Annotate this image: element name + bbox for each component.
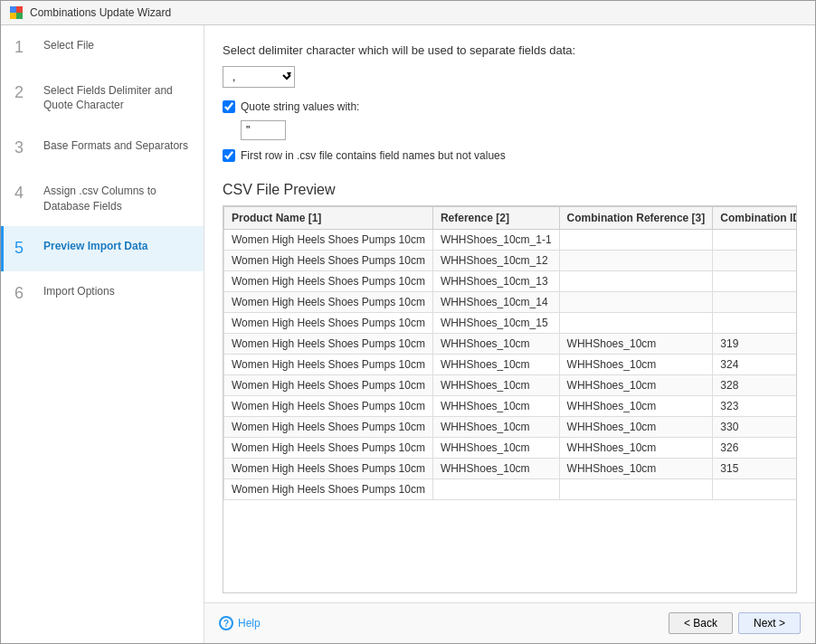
delimiter-label: Select delimiter character which will be… xyxy=(223,43,797,57)
cell-7-2: WHHShoes_10cm xyxy=(559,375,713,396)
titlebar: Combinations Update Wizard xyxy=(1,1,815,25)
back-button[interactable]: < Back xyxy=(669,612,733,634)
csv-preview-title: CSV File Preview xyxy=(223,182,797,198)
cell-4-1: WHHShoes_10cm_15 xyxy=(432,313,559,334)
cell-7-1: WHHShoes_10cm xyxy=(432,375,559,396)
cell-9-2: WHHShoes_10cm xyxy=(559,417,713,438)
csv-preview-table-container[interactable]: Product Name [1] Reference [2] Combinati… xyxy=(223,205,797,593)
table-row: Women High Heels Shoes Pumps 10cmWHHShoe… xyxy=(224,292,798,313)
cell-1-3 xyxy=(713,251,797,271)
cell-6-2: WHHShoes_10cm xyxy=(559,355,713,375)
sidebar-label-select-file: Select File xyxy=(43,38,94,53)
sidebar-item-preview-import[interactable]: 5 Preview Import Data xyxy=(1,226,204,271)
table-row: Women High Heels Shoes Pumps 10cmWHHShoe… xyxy=(224,334,798,355)
table-row: Women High Heels Shoes Pumps 10cmWHHShoe… xyxy=(224,459,798,479)
step-num-2: 2 xyxy=(14,83,33,103)
cell-12-3 xyxy=(713,479,797,500)
wizard-window: Combinations Update Wizard 1 Select File… xyxy=(0,0,816,644)
cell-10-3: 326 xyxy=(713,438,797,459)
cell-9-0: Women High Heels Shoes Pumps 10cm xyxy=(224,417,433,438)
col-header-2: Reference [2] xyxy=(432,207,559,230)
cell-2-2 xyxy=(559,271,713,292)
cell-9-1: WHHShoes_10cm xyxy=(432,417,559,438)
next-button[interactable]: Next > xyxy=(738,612,801,634)
cell-5-3: 319 xyxy=(713,334,797,355)
sidebar: 1 Select File 2 Select Fields Delimiter … xyxy=(1,25,204,643)
cell-12-0: Women High Heels Shoes Pumps 10cm xyxy=(224,479,433,500)
cell-6-3: 324 xyxy=(713,355,797,375)
help-icon: ? xyxy=(219,616,233,630)
col-header-3: Combination Reference [3] xyxy=(559,207,713,230)
sidebar-item-assign-columns[interactable]: 4 Assign .csv Columns to Database Fields xyxy=(1,171,204,227)
cell-4-2 xyxy=(559,313,713,334)
cell-5-1: WHHShoes_10cm xyxy=(432,334,559,355)
step-num-6: 6 xyxy=(14,284,33,304)
cell-10-0: Women High Heels Shoes Pumps 10cm xyxy=(224,438,433,459)
delimiter-select-wrapper[interactable]: , ; | Tab xyxy=(223,66,295,88)
quote-checkbox-label: Quote string values with: xyxy=(241,100,359,113)
table-row: Women High Heels Shoes Pumps 10cmWHHShoe… xyxy=(224,355,798,375)
delimiter-select[interactable]: , ; | Tab xyxy=(223,66,295,88)
quote-checkbox[interactable] xyxy=(223,100,235,113)
firstrow-checkbox[interactable] xyxy=(223,149,235,162)
quote-checkbox-row: Quote string values with: xyxy=(223,100,797,113)
cell-12-2 xyxy=(559,479,713,500)
cell-1-0: Women High Heels Shoes Pumps 10cm xyxy=(224,251,433,271)
cell-10-2: WHHShoes_10cm xyxy=(559,438,713,459)
table-row: Women High Heels Shoes Pumps 10cmWHHShoe… xyxy=(224,417,798,438)
content-area: Select delimiter character which will be… xyxy=(204,25,815,602)
table-row: Women High Heels Shoes Pumps 10cm xyxy=(224,479,798,500)
cell-1-1: WHHShoes_10cm_12 xyxy=(432,251,559,271)
cell-9-3: 330 xyxy=(713,417,797,438)
cell-3-2 xyxy=(559,292,713,313)
cell-0-2 xyxy=(559,230,713,251)
sidebar-item-base-formats[interactable]: 3 Base Formats and Separators xyxy=(1,126,204,171)
cell-6-1: WHHShoes_10cm xyxy=(432,355,559,375)
sidebar-label-import-options: Import Options xyxy=(43,284,115,299)
sidebar-item-import-options[interactable]: 6 Import Options xyxy=(1,271,204,317)
sidebar-label-preview-import: Preview Import Data xyxy=(43,239,147,254)
table-header: Product Name [1] Reference [2] Combinati… xyxy=(224,207,798,230)
cell-7-0: Women High Heels Shoes Pumps 10cm xyxy=(224,375,433,396)
table-row: Women High Heels Shoes Pumps 10cmWHHShoe… xyxy=(224,313,798,334)
firstrow-checkbox-label: First row in .csv file contains field na… xyxy=(241,149,506,162)
sidebar-item-select-file[interactable]: 1 Select File xyxy=(1,25,204,71)
help-label: Help xyxy=(238,617,261,630)
window-title: Combinations Update Wizard xyxy=(30,6,171,19)
table-row: Women High Heels Shoes Pumps 10cmWHHShoe… xyxy=(224,251,798,271)
cell-8-1: WHHShoes_10cm xyxy=(432,396,559,417)
col-header-1: Product Name [1] xyxy=(224,207,433,230)
quote-input[interactable] xyxy=(241,120,286,140)
cell-2-0: Women High Heels Shoes Pumps 10cm xyxy=(224,271,433,292)
sidebar-label-select-fields: Select Fields Delimiter and Quote Charac… xyxy=(43,83,193,114)
sidebar-item-select-fields[interactable]: 2 Select Fields Delimiter and Quote Char… xyxy=(1,71,204,127)
sidebar-label-assign-columns: Assign .csv Columns to Database Fields xyxy=(43,184,193,214)
table-header-row: Product Name [1] Reference [2] Combinati… xyxy=(224,207,798,230)
cell-12-1 xyxy=(432,479,559,500)
firstrow-checkbox-row: First row in .csv file contains field na… xyxy=(223,149,797,162)
cell-3-1: WHHShoes_10cm_14 xyxy=(432,292,559,313)
cell-0-3 xyxy=(713,230,797,251)
cell-1-2 xyxy=(559,251,713,271)
cell-2-3 xyxy=(713,271,797,292)
cell-10-1: WHHShoes_10cm xyxy=(432,438,559,459)
cell-2-1: WHHShoes_10cm_13 xyxy=(432,271,559,292)
help-link[interactable]: ? Help xyxy=(219,616,261,630)
footer: ? Help < Back Next > xyxy=(204,602,815,643)
cell-11-3: 315 xyxy=(713,459,797,479)
cell-0-1: WHHShoes_10cm_1-1 xyxy=(432,230,559,251)
quote-section: Quote string values with: xyxy=(223,100,797,140)
sidebar-label-base-formats: Base Formats and Separators xyxy=(43,138,188,154)
table-body: Women High Heels Shoes Pumps 10cmWHHShoe… xyxy=(224,230,798,500)
col-header-4: Combination ID [4] xyxy=(713,207,797,230)
cell-8-3: 323 xyxy=(713,396,797,417)
table-row: Women High Heels Shoes Pumps 10cmWHHShoe… xyxy=(224,375,798,396)
cell-8-2: WHHShoes_10cm xyxy=(559,396,713,417)
app-logo xyxy=(10,6,23,19)
cell-11-1: WHHShoes_10cm xyxy=(432,459,559,479)
step-num-3: 3 xyxy=(14,138,33,158)
table-row: Women High Heels Shoes Pumps 10cmWHHShoe… xyxy=(224,230,798,251)
cell-3-3 xyxy=(713,292,797,313)
footer-buttons: < Back Next > xyxy=(669,612,801,634)
cell-8-0: Women High Heels Shoes Pumps 10cm xyxy=(224,396,433,417)
